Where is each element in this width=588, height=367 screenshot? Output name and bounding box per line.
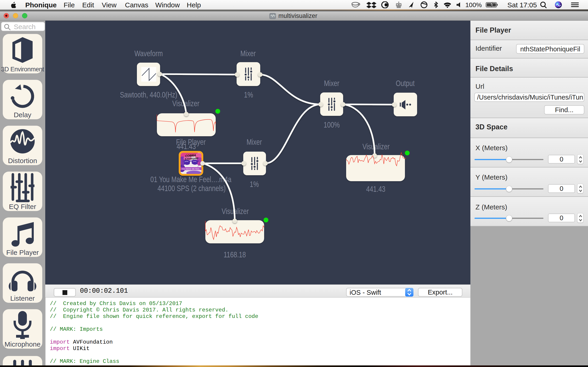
svg-text:Visualizer: Visualizer (172, 99, 199, 108)
svg-text:Mixer: Mixer (324, 78, 339, 88)
svg-text:01 You Make Me Feel….m4a: 01 You Make Me Feel….m4a (150, 175, 232, 184)
svg-text:1%: 1% (244, 90, 253, 99)
svg-text:Waveform: Waveform (134, 49, 163, 58)
svg-text:Mixer: Mixer (247, 137, 262, 147)
svg-text:YOU MAKE ME FEEL.: YOU MAKE ME FEEL. (182, 168, 200, 170)
svg-text:100%: 100% (324, 120, 340, 129)
svg-text:441.43: 441.43 (366, 184, 385, 194)
svg-text:Output: Output (396, 78, 415, 88)
svg-text:Visualizer: Visualizer (363, 142, 389, 151)
svg-text:441.43: 441.43 (177, 142, 196, 151)
svg-text:Mixer: Mixer (241, 49, 256, 58)
svg-text:1%: 1% (250, 179, 259, 189)
svg-text:1168.18: 1168.18 (224, 250, 246, 259)
svg-text:44100 SPS (2 channels): 44100 SPS (2 channels) (157, 184, 226, 193)
svg-text:Sawtooth, 440.0(Hz): Sawtooth, 440.0(Hz) (120, 90, 177, 99)
